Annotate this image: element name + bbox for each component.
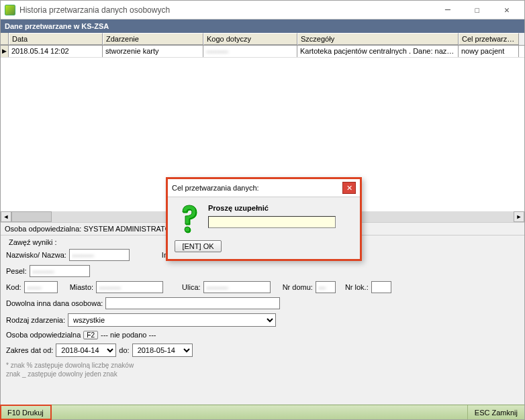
nazwisko-input[interactable]	[69, 249, 130, 261]
app-icon	[5, 5, 15, 15]
date-from-select[interactable]: 2018-04-14	[56, 344, 116, 357]
pesel-label: Pesel:	[6, 267, 27, 275]
miasto-input[interactable]	[96, 281, 163, 293]
close-window-button[interactable]: ✕	[492, 2, 522, 18]
col-header-data[interactable]: Data	[9, 33, 103, 45]
titlebar: Historia przetwarzania danych osobowych …	[1, 1, 524, 19]
ulica-label: Ulica:	[182, 283, 201, 291]
dialog-titlebar: Cel przetwarzania danych: ✕	[168, 179, 360, 197]
pesel-input[interactable]	[30, 265, 90, 277]
date-to-select[interactable]: 2018-05-14	[132, 344, 193, 357]
window-title: Historia przetwarzania danych osobowych	[19, 5, 433, 15]
nrdomu-label: Nr domu:	[283, 283, 313, 291]
cell-data: 2018.05.14 12:02	[9, 46, 103, 57]
purpose-input[interactable]	[208, 216, 336, 228]
nazwisko-label: Nazwisko/ Nazwa:	[6, 251, 66, 259]
table-row[interactable]: ▶ 2018.05.14 12:02 stworzenie karty ——— …	[1, 46, 524, 58]
dialog-title: Cel przetwarzania danych:	[172, 184, 259, 192]
nrdomu-input[interactable]	[316, 281, 336, 293]
col-header-szczegoly[interactable]: Szczegóły	[297, 33, 459, 45]
section-header: Dane przetwarzane w KS-ZSA	[1, 19, 524, 33]
do-label: do:	[119, 346, 129, 354]
dialog-close-button[interactable]: ✕	[342, 182, 356, 194]
rodzaj-label: Rodzaj zdarzenia:	[6, 316, 65, 324]
cell-cel: nowy pacjent	[459, 46, 519, 57]
row-selector-header	[1, 33, 9, 45]
ulica-input[interactable]	[203, 281, 271, 293]
miasto-label: Miasto:	[70, 283, 93, 291]
cell-szczegoly: Kartoteka pacjentów centralnych . Dane: …	[297, 46, 459, 57]
col-header-zdarzenie[interactable]: Zdarzenie	[103, 33, 203, 45]
row-marker: ▶	[1, 46, 9, 57]
zakres-label: Zakres dat od:	[6, 346, 53, 354]
dialog-prompt: Proszę uzupełnić	[208, 204, 336, 212]
scroll-thumb[interactable]	[11, 211, 52, 222]
kod-input[interactable]	[24, 281, 58, 293]
dowolna-label: Dowolna inna dana osobowa:	[6, 299, 103, 307]
dialog-ok-button[interactable]: [ENT] OK	[175, 240, 222, 252]
minimize-button[interactable]: ─	[433, 2, 463, 18]
question-icon	[175, 204, 201, 233]
nrlok-input[interactable]	[371, 281, 391, 293]
scroll-right-arrow[interactable]: ►	[514, 211, 524, 222]
responsible-label: Osoba odpowiedzialna:	[5, 225, 83, 233]
responsible-value: SYSTEM ADMINISTRATO	[83, 225, 171, 233]
col-header-cel[interactable]: Cel przetwarzania	[459, 33, 519, 45]
nrlok-label: Nr lok.:	[345, 283, 369, 291]
grid-header: Data Zdarzenie Kogo dotyczy Szczegóły Ce…	[1, 33, 524, 46]
cell-zdarzenie: stworzenie karty	[103, 46, 203, 57]
osoba-f2-key[interactable]: F2	[83, 331, 98, 339]
purpose-dialog: Cel przetwarzania danych: ✕ Proszę uzupe…	[166, 177, 362, 261]
svg-point-0	[185, 227, 190, 232]
kod-label: Kod:	[6, 283, 21, 291]
wildcard-hint: * znak % zastępuje dowolną liczbę znaków…	[6, 361, 519, 378]
close-button[interactable]: ESC Zamknij	[467, 405, 524, 419]
cell-kogo: ———	[203, 46, 297, 57]
dowolna-input[interactable]	[105, 297, 280, 309]
scroll-left-arrow[interactable]: ◄	[1, 211, 11, 222]
osoba-label: Osoba odpowiedzialna	[6, 331, 81, 339]
rodzaj-select[interactable]: wszystkie	[68, 313, 276, 327]
col-header-kogo[interactable]: Kogo dotyczy	[203, 33, 297, 45]
print-button[interactable]: F10 Drukuj	[1, 405, 51, 419]
maximize-button[interactable]: ☐	[463, 2, 492, 18]
bottom-bar: F10 Drukuj ESC Zamknij	[1, 405, 524, 419]
osoba-value: --- nie podano ---	[101, 331, 156, 339]
